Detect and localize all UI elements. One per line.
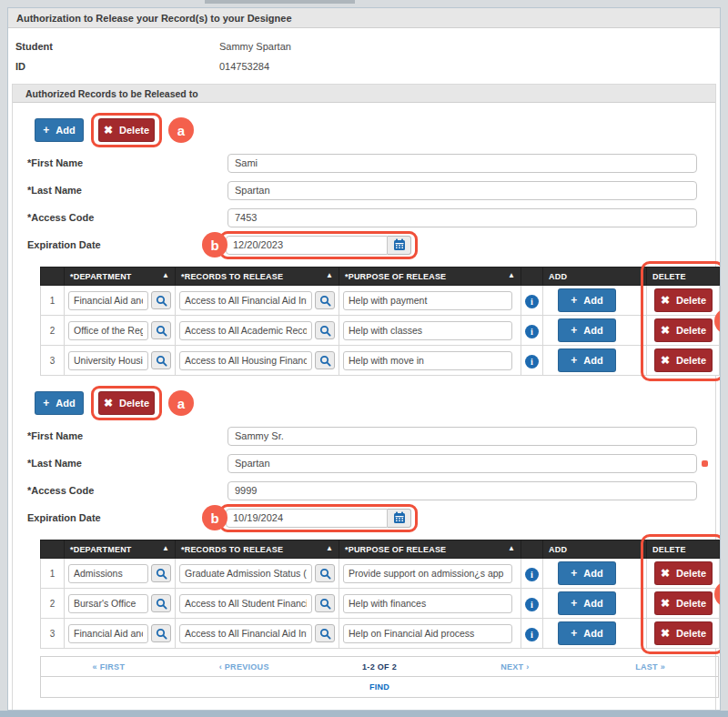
department-field[interactable] (68, 594, 148, 613)
annotation-badge-b: b (202, 232, 228, 258)
last-name-label: *Last Name (27, 185, 228, 196)
records-header[interactable]: *RECORDS TO RELEASE▲ (176, 540, 339, 559)
sort-asc-icon[interactable]: ▲ (326, 271, 333, 279)
records-lookup-button[interactable] (315, 564, 335, 582)
access-code-field[interactable] (228, 208, 697, 227)
department-field[interactable] (68, 624, 148, 643)
records-field[interactable] (179, 291, 312, 310)
department-lookup-button[interactable] (151, 291, 171, 309)
purpose-header[interactable]: *PURPOSE OF RELEASE▲ (339, 540, 521, 559)
pagination-next[interactable]: NEXT › (447, 662, 582, 672)
info-icon[interactable]: i (525, 325, 539, 338)
pagination-previous[interactable]: ‹ PREVIOUS (177, 662, 312, 672)
add-row-button[interactable]: +Add (558, 561, 616, 585)
calendar-button[interactable] (388, 236, 411, 255)
info-icon[interactable]: i (525, 568, 539, 581)
pagination-bar: « FIRST ‹ PREVIOUS 1-2 OF 2 NEXT › LAST … (40, 656, 719, 677)
add-row-button[interactable]: +Add (558, 621, 616, 645)
pagination-last[interactable]: LAST » (582, 662, 718, 672)
records-field[interactable] (179, 321, 312, 340)
records-field[interactable] (179, 564, 312, 583)
expiration-date-label: Expiration Date (27, 239, 202, 250)
expiration-date-field[interactable] (226, 236, 388, 255)
add-row-button[interactable]: +Add (558, 318, 616, 342)
department-field[interactable] (68, 351, 148, 370)
purpose-field[interactable] (343, 564, 512, 583)
calendar-button[interactable] (388, 509, 411, 528)
id-row: ID 014753284 (15, 56, 713, 76)
delete-row-button[interactable]: ✖Delete (654, 561, 713, 585)
purpose-field[interactable] (343, 321, 512, 340)
records-lookup-button[interactable] (315, 321, 335, 339)
department-header[interactable]: *DEPARTMENT▲ (65, 268, 176, 286)
search-icon (156, 325, 167, 337)
department-lookup-button[interactable] (151, 321, 171, 339)
records-header[interactable]: *RECORDS TO RELEASE▲ (176, 268, 339, 286)
info-icon[interactable]: i (525, 355, 539, 369)
annotation-badge-b: b (202, 505, 228, 530)
info-icon[interactable]: i (525, 598, 539, 611)
purpose-field[interactable] (343, 594, 512, 613)
purpose-field[interactable] (343, 351, 512, 370)
table-row: 3 i +Add ✖Delete (41, 346, 720, 376)
annotation-badge-a: a (168, 390, 194, 416)
delete-row-button[interactable]: ✖Delete (654, 318, 713, 342)
find-link[interactable]: FIND (369, 682, 389, 692)
student-row: Student Sammy Spartan (15, 36, 713, 56)
search-icon (156, 598, 167, 610)
records-field[interactable] (179, 351, 312, 370)
department-field[interactable] (68, 291, 148, 310)
department-header[interactable]: *DEPARTMENT▲ (65, 540, 176, 559)
last-name-field[interactable] (228, 181, 697, 200)
purpose-field[interactable] (343, 291, 512, 310)
records-field[interactable] (179, 624, 312, 643)
department-lookup-button[interactable] (151, 564, 171, 582)
sort-asc-icon[interactable]: ▲ (508, 271, 515, 279)
calendar-icon (393, 238, 406, 251)
add-row-button[interactable]: +Add (558, 288, 616, 312)
purpose-field[interactable] (343, 624, 512, 643)
search-icon (319, 628, 331, 640)
sort-asc-icon[interactable]: ▲ (326, 544, 333, 552)
records-field[interactable] (179, 594, 312, 613)
first-name-field[interactable] (228, 427, 697, 446)
records-lookup-button[interactable] (315, 351, 335, 369)
purpose-header[interactable]: *PURPOSE OF RELEASE▲ (339, 268, 521, 286)
delete-button-label: Delete (119, 398, 149, 409)
department-lookup-button[interactable] (151, 624, 171, 642)
department-field[interactable] (68, 564, 148, 583)
search-icon (156, 355, 167, 367)
sort-asc-icon[interactable]: ▲ (162, 271, 169, 279)
delete-button-label: Delete (119, 125, 149, 136)
info-icon[interactable]: i (525, 628, 539, 641)
delete-row-button[interactable]: ✖Delete (654, 288, 713, 312)
department-lookup-button[interactable] (151, 594, 171, 612)
delete-row-button[interactable]: ✖Delete (654, 591, 713, 615)
table-header-row: *DEPARTMENT▲ *RECORDS TO RELEASE▲ *PURPO… (41, 540, 720, 559)
info-icon[interactable]: i (525, 295, 539, 308)
add-row-button[interactable]: +Add (558, 591, 616, 615)
pagination-first[interactable]: « FIRST (41, 662, 177, 672)
records-lookup-button[interactable] (315, 594, 335, 612)
add-row-button[interactable]: +Add (558, 348, 616, 372)
row-number: 3 (41, 346, 65, 376)
expiration-date-field[interactable] (226, 509, 388, 528)
department-lookup-button[interactable] (151, 351, 171, 369)
access-code-field[interactable] (228, 481, 697, 500)
department-field[interactable] (68, 321, 148, 340)
first-name-row: *First Name (24, 149, 715, 177)
records-lookup-button[interactable] (315, 624, 335, 642)
delete-designee-button[interactable]: ✖ Delete (98, 391, 155, 415)
delete-designee-button[interactable]: ✖ Delete (98, 118, 155, 142)
plus-icon: + (571, 295, 577, 306)
last-name-field[interactable] (228, 454, 697, 473)
sort-asc-icon[interactable]: ▲ (162, 544, 169, 552)
add-designee-button[interactable]: + Add (35, 118, 84, 142)
sort-asc-icon[interactable]: ▲ (508, 544, 515, 552)
access-code-row: *Access Code (24, 477, 715, 504)
delete-row-button[interactable]: ✖Delete (654, 621, 713, 645)
add-designee-button[interactable]: + Add (35, 391, 84, 415)
records-lookup-button[interactable] (315, 291, 335, 309)
first-name-field[interactable] (228, 154, 697, 173)
delete-row-button[interactable]: ✖Delete (654, 348, 713, 372)
